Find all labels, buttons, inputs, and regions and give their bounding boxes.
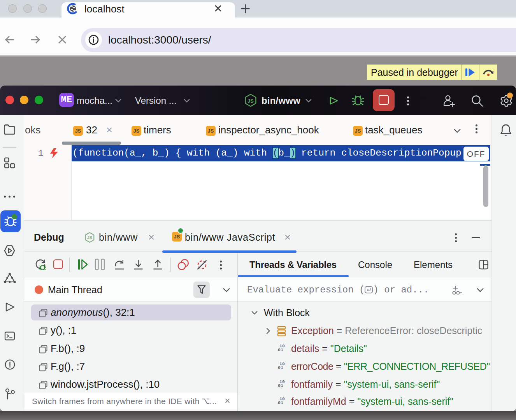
svg-text:JS: JS bbox=[247, 98, 254, 104]
svg-text:JS: JS bbox=[87, 236, 92, 240]
